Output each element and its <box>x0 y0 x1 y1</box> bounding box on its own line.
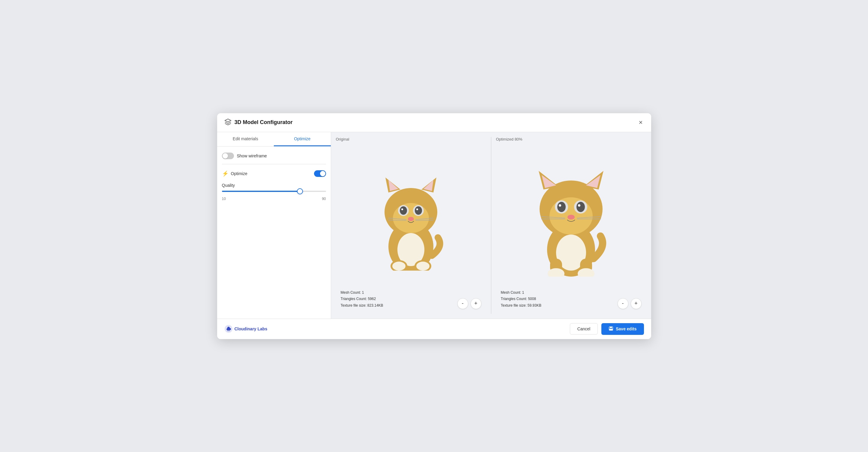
quality-slider-container <box>222 191 326 192</box>
wireframe-toggle[interactable] <box>222 152 234 159</box>
slider-thumb[interactable] <box>297 188 303 194</box>
optimized-zoom-in[interactable]: + <box>631 298 642 309</box>
toggle-knob <box>222 153 228 159</box>
original-texture-size: Texture file size: 823.14KB <box>341 303 383 309</box>
original-mesh-count: Mesh Count: 1 <box>341 289 383 296</box>
comparison-area: Original <box>331 132 651 319</box>
optimized-mesh-count: Mesh Count: 1 <box>501 289 541 296</box>
original-model-display <box>336 144 486 289</box>
original-model-info: Mesh Count: 1 Triangles Count: 5962 Text… <box>341 289 383 309</box>
cancel-button[interactable]: Cancel <box>570 323 598 335</box>
slider-min: 10 <box>222 197 226 201</box>
svg-point-33 <box>577 202 585 212</box>
optimized-panel: Optimized 80% <box>491 132 651 319</box>
svg-rect-49 <box>610 329 613 330</box>
logo-area: Cloudinary Labs <box>224 324 268 333</box>
optimized-triangles: Triangles Count: 5008 <box>501 296 541 303</box>
original-zoom-controls: - + <box>457 298 482 309</box>
logo-text: Cloudinary Labs <box>235 327 268 331</box>
lightning-icon: ⚡ <box>222 170 228 177</box>
slider-track <box>222 191 326 192</box>
modal-footer: Cloudinary Labs Cancel Save edits <box>217 319 651 339</box>
optimized-info-row: Mesh Count: 1 Triangles Count: 5008 Text… <box>496 289 646 314</box>
modal-header: 3D Model Configurator × <box>217 113 651 132</box>
cloudinary-logo-icon: Cloudinary Labs <box>224 324 268 333</box>
save-label: Save edits <box>616 327 637 331</box>
svg-point-32 <box>557 202 566 212</box>
svg-point-36 <box>567 215 575 220</box>
original-zoom-out[interactable]: - <box>457 298 468 309</box>
optimize-toggle[interactable] <box>314 170 326 177</box>
quality-label: Quality <box>222 183 326 188</box>
wireframe-row: Show wireframe <box>222 152 326 164</box>
optimize-row: ⚡ Optimize <box>222 170 326 177</box>
svg-point-34 <box>559 204 561 207</box>
original-info-row: Mesh Count: 1 Triangles Count: 5962 Text… <box>336 289 486 314</box>
tab-bar: Edit materials Optimize <box>217 132 331 146</box>
modal-container: 3D Model Configurator × Edit materials O… <box>217 113 651 339</box>
svg-point-9 <box>400 206 407 215</box>
svg-point-12 <box>416 208 418 210</box>
original-triangles: Triangles Count: 5962 <box>341 296 383 303</box>
optimized-model-display <box>496 144 646 289</box>
save-icon <box>609 326 613 332</box>
wireframe-label: Show wireframe <box>237 153 267 158</box>
modal-title: 3D Model Configurator <box>235 119 293 125</box>
optimized-model-info: Mesh Count: 1 Triangles Count: 5008 Text… <box>501 289 541 309</box>
original-zoom-in[interactable]: + <box>471 298 482 309</box>
svg-line-15 <box>389 220 406 221</box>
original-panel: Original <box>331 132 491 319</box>
optimize-toggle-knob <box>320 171 326 176</box>
optimize-left: ⚡ Optimize <box>222 170 247 177</box>
optimized-cat-svg <box>526 157 616 277</box>
modal-body: Edit materials Optimize Show wireframe ⚡… <box>217 132 651 319</box>
svg-point-10 <box>415 206 422 215</box>
svg-point-20 <box>392 262 405 271</box>
svg-line-17 <box>415 220 433 221</box>
slider-fill <box>222 191 300 192</box>
close-button[interactable]: × <box>638 118 644 127</box>
optimized-label: Optimized 80% <box>496 137 646 141</box>
svg-point-11 <box>401 208 403 210</box>
tab-optimize[interactable]: Optimize <box>274 132 331 146</box>
original-label: Original <box>336 137 486 141</box>
save-button[interactable]: Save edits <box>601 323 644 335</box>
title-area: 3D Model Configurator <box>224 118 293 127</box>
optimized-zoom-out[interactable]: - <box>618 298 628 309</box>
optimized-texture-size: Texture file size: 59.93KB <box>501 303 541 309</box>
cube-icon <box>224 118 231 127</box>
sidebar: Edit materials Optimize Show wireframe ⚡… <box>217 132 331 319</box>
optimized-zoom-controls: - + <box>618 298 642 309</box>
sidebar-content: Show wireframe ⚡ Optimize Quality <box>217 146 331 207</box>
svg-point-13 <box>408 217 414 221</box>
svg-rect-48 <box>610 327 612 328</box>
main-content: Original <box>331 132 651 319</box>
optimize-label: Optimize <box>231 171 247 176</box>
tab-edit-materials[interactable]: Edit materials <box>217 132 274 146</box>
slider-range-labels: 10 90 <box>222 197 326 201</box>
svg-point-35 <box>578 204 580 207</box>
svg-point-22 <box>416 262 430 271</box>
quality-section: Quality 10 90 <box>222 183 326 201</box>
slider-max: 90 <box>322 197 326 201</box>
original-cat-svg <box>372 163 450 271</box>
